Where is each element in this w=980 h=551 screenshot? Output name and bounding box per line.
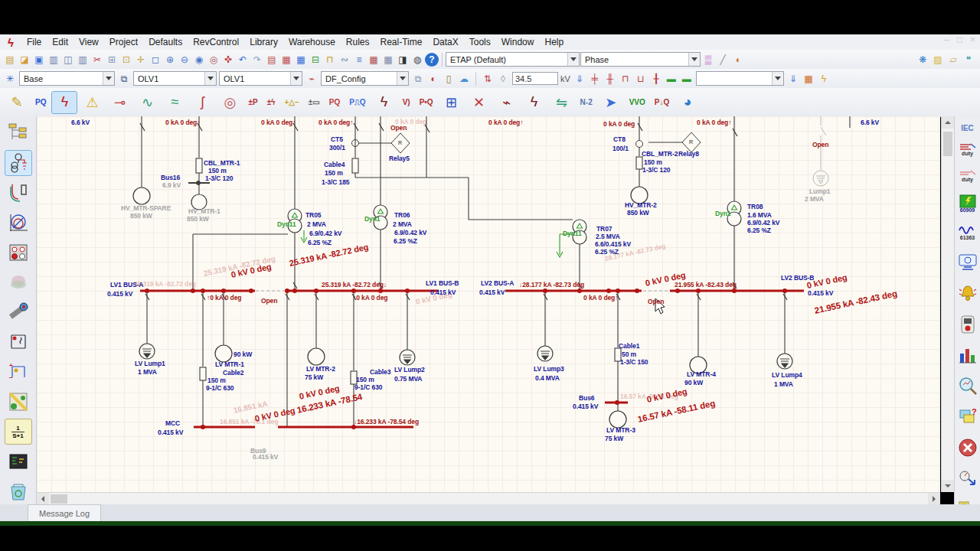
3d-view-button[interactable]: ❋: [916, 53, 929, 67]
save-button[interactable]: ▣: [32, 53, 46, 67]
summary-button[interactable]: ≡: [352, 53, 366, 67]
bus16-symbol[interactable]: [188, 181, 210, 185]
display-mode-combo[interactable]: Phase: [580, 52, 701, 67]
ct8-symbol[interactable]: [636, 141, 643, 148]
horizontal-scrollbar[interactable]: [37, 492, 940, 504]
find-button[interactable]: ◍: [410, 53, 424, 67]
transfer-function-icon[interactable]: 1 S+1: [5, 419, 31, 444]
quick-print-button[interactable]: ▥: [76, 53, 90, 67]
toolbox-icon[interactable]: ▦: [802, 72, 815, 86]
cable1-symbol[interactable]: [615, 348, 621, 361]
iec-61363-icon[interactable]: 61363: [955, 221, 980, 243]
align-middle-icon[interactable]: ╫: [603, 72, 617, 86]
scroll-up-button[interactable]: [942, 116, 954, 129]
sequence-of-operation-button[interactable]: ⌁: [495, 92, 519, 113]
monitor-icon[interactable]: [955, 251, 980, 275]
restore-button[interactable]: □: [957, 34, 962, 45]
close-button[interactable]: ×: [970, 34, 975, 45]
copy-presentation-button[interactable]: ⧉: [411, 72, 425, 86]
star-auto-evaluation-button[interactable]: ◎: [217, 92, 242, 113]
color-picker-button[interactable]: ╱: [716, 53, 730, 67]
format-combo[interactable]: ETAP (Default): [446, 52, 580, 67]
lv-lump3-symbol[interactable]: [537, 346, 553, 361]
star-tcc-curve-icon[interactable]: [5, 181, 31, 205]
cable-pulling-icon[interactable]: [5, 300, 31, 324]
minimize-button[interactable]: –: [944, 34, 949, 45]
eraser-icon[interactable]: ◊: [496, 72, 510, 86]
compare-button[interactable]: ◐: [426, 72, 440, 86]
datablock-button[interactable]: ▨: [931, 53, 945, 67]
ac-schematic-icon[interactable]: [5, 330, 31, 354]
pan-button[interactable]: ✛: [134, 53, 148, 67]
menu-rules[interactable]: Rules: [341, 35, 375, 49]
menu-help[interactable]: Help: [539, 35, 569, 49]
interconnection-button[interactable]: ⊞: [439, 92, 464, 113]
export-gauge-icon[interactable]: [955, 466, 980, 490]
scenario-combo[interactable]: [696, 71, 784, 86]
run-lightning-icon[interactable]: ϟ: [817, 72, 831, 86]
lv-mtr-4-symbol[interactable]: [690, 357, 707, 373]
new-button[interactable]: ▤: [3, 53, 17, 67]
short-circuit-button[interactable]: ϟ: [52, 92, 77, 113]
oneline-canvas[interactable]: 6.6 kV0 kA 0 deg↑0 kA 0 deg↑0 kA 0 deg↑0…: [37, 116, 940, 492]
lv-mtr-3-symbol[interactable]: [609, 411, 626, 428]
battery-sizing-button[interactable]: ±▭: [305, 92, 323, 113]
paste-button[interactable]: ⊡: [119, 53, 133, 67]
configuration-combo[interactable]: DF_Config: [321, 71, 409, 86]
menu-library[interactable]: Library: [244, 35, 283, 49]
contingency-n2-button[interactable]: N-2: [577, 92, 596, 113]
lock-button[interactable]: ⊓: [323, 53, 337, 67]
time-series-button[interactable]: P⎍Q: [346, 92, 368, 113]
calculator-button[interactable]: ▦: [367, 53, 381, 67]
chevron-down-icon[interactable]: [772, 72, 783, 85]
study-case-combo[interactable]: Base: [19, 71, 115, 86]
harmonic-analysis-button[interactable]: ≈: [162, 92, 187, 113]
menu-window[interactable]: Window: [496, 35, 540, 49]
cable2-symbol[interactable]: [200, 367, 206, 380]
chevron-down-icon[interactable]: [567, 53, 579, 66]
zoom-in-button[interactable]: ⊕: [163, 53, 177, 67]
chart-results-icon[interactable]: [955, 343, 980, 367]
open-branch-lump1[interactable]: [813, 116, 828, 186]
edit-mode-button[interactable]: ✎: [5, 92, 29, 113]
scroll-right-button[interactable]: [928, 493, 940, 505]
iec-60909-icon[interactable]: 60909: [955, 192, 980, 214]
horizontal-scroll-thumb[interactable]: [51, 494, 67, 504]
vertical-scrollbar[interactable]: [941, 116, 954, 492]
lv-mtr-2-symbol[interactable]: [308, 348, 325, 365]
print-preview-button[interactable]: ◫: [61, 53, 75, 67]
dumpster-icon[interactable]: [5, 479, 31, 504]
lv-mtr-1-symbol[interactable]: [215, 345, 232, 362]
menu-warehouse[interactable]: Warehouse: [283, 35, 341, 49]
continuity-check-button[interactable]: ⊟: [309, 53, 322, 67]
cut-button[interactable]: ✂: [90, 53, 104, 67]
chevron-down-icon[interactable]: [688, 53, 700, 66]
color-theme-button[interactable]: ▒: [701, 53, 715, 67]
ground-grid-button[interactable]: ϟ: [372, 92, 397, 113]
crossed-switch-button[interactable]: ✕: [467, 92, 492, 113]
chevron-down-icon[interactable]: [103, 72, 114, 85]
copy-button[interactable]: ⊞: [105, 53, 119, 67]
output-report-button[interactable]: ▤: [265, 53, 279, 67]
lv-lump1-symbol[interactable]: [139, 344, 155, 359]
recorder-icon[interactable]: [955, 312, 980, 336]
zoom-previous-button[interactable]: ◎: [207, 53, 220, 67]
unbalanced-load-flow-button[interactable]: ±P: [245, 92, 260, 113]
print-button[interactable]: ▥: [47, 53, 60, 67]
money-2-icon[interactable]: ▬: [680, 72, 694, 86]
base-mode-icon[interactable]: ✳: [3, 72, 17, 86]
menu-project[interactable]: Project: [104, 35, 143, 49]
cloud-button[interactable]: ☁: [457, 72, 471, 86]
money-1-icon[interactable]: ▬: [665, 72, 678, 86]
presentation-combo[interactable]: OLV1: [133, 71, 217, 86]
reliability-button[interactable]: PQ: [326, 92, 343, 113]
menu-edit[interactable]: Edit: [47, 35, 74, 49]
scroll-left-button[interactable]: [37, 493, 49, 505]
control-panel-icon[interactable]: [5, 240, 31, 265]
select-region-button[interactable]: ◻: [149, 53, 162, 67]
library-book-button[interactable]: ▯: [442, 72, 456, 86]
help-button[interactable]: ?: [425, 53, 439, 67]
vertical-scroll-thumb[interactable]: [943, 132, 952, 156]
menu-revcontrol[interactable]: RevControl: [188, 35, 244, 49]
etrax-train-button[interactable]: ➤: [599, 92, 623, 113]
